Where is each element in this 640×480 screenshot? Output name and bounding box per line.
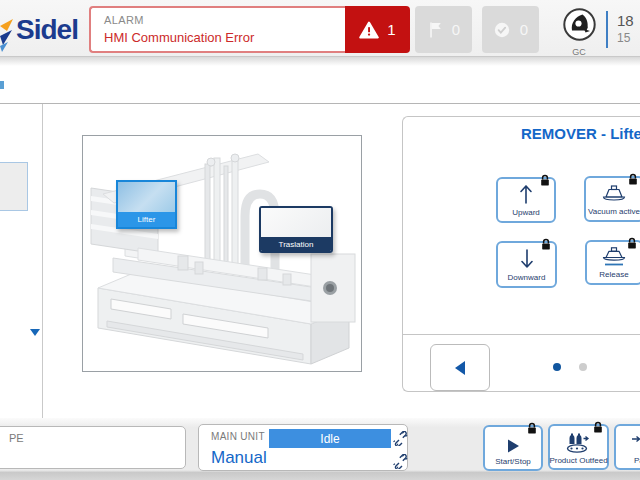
main-unit-label: MAIN UNIT	[211, 431, 265, 442]
machine-illustration	[83, 136, 362, 372]
check-circle-icon	[493, 21, 511, 39]
flag-badge[interactable]: 0	[415, 6, 472, 53]
sub-header	[0, 57, 640, 104]
top-bar: Sidel ALARM HMI Communication Error 1	[0, 0, 640, 57]
button-label: Upward	[512, 208, 540, 217]
clock-minutes: 15	[617, 31, 630, 45]
traslation-hotspot-button[interactable]: Traslation	[259, 206, 333, 253]
footer-bar: PE MAIN UNIT Idle Manual	[0, 418, 640, 480]
back-arrow-icon	[455, 361, 465, 375]
traslation-label: Traslation	[261, 237, 331, 251]
alarm-count: 1	[387, 21, 395, 38]
flag-icon	[427, 21, 443, 39]
lock-icon	[626, 237, 638, 250]
main-unit-mode: Manual	[211, 448, 267, 468]
warning-triangle-icon	[359, 21, 379, 39]
arrow-down-icon	[519, 248, 535, 270]
main-area: Lifter Traslation REMOVER - Lifter Upwar…	[0, 104, 640, 421]
lock-icon	[627, 173, 639, 186]
play-icon	[504, 437, 522, 455]
pallet-button[interactable]: Pallet	[614, 424, 640, 470]
alarm-message: HMI Communication Error	[104, 30, 345, 45]
vacuum-active-button[interactable]: Vacuum active	[584, 176, 640, 222]
arrow-up-icon	[518, 183, 534, 205]
logo-text: Sidel	[16, 14, 78, 46]
lock-icon	[592, 421, 604, 434]
product-outfeed-button[interactable]: Product Outfeed	[548, 424, 609, 470]
start-stop-button[interactable]: Start/Stop	[483, 425, 543, 471]
alarm-banner[interactable]: ALARM HMI Communication Error 1	[89, 6, 410, 53]
clock-hours: 18	[617, 12, 634, 29]
main-unit-status: Idle	[269, 429, 391, 448]
ack-count: 0	[520, 21, 528, 38]
button-label: Downward	[508, 273, 546, 282]
lock-icon	[540, 238, 552, 251]
lock-icon	[539, 174, 551, 187]
button-label: Pallet	[634, 456, 640, 465]
gc-logo[interactable]: GC	[561, 7, 597, 57]
header-divider	[606, 11, 608, 48]
gc-label: GC	[561, 47, 597, 57]
pagination-dot-active[interactable]	[553, 363, 561, 371]
traslation-thumbnail	[261, 208, 331, 237]
main-unit-box[interactable]: MAIN UNIT Idle Manual	[198, 424, 408, 471]
sidebar-clipped-button[interactable]	[0, 162, 28, 211]
bottles-conveyor-icon	[564, 430, 594, 454]
broken-link-icon	[393, 454, 408, 469]
gc-icon	[562, 7, 597, 42]
type-label: PE	[9, 432, 185, 444]
vacuum-icon	[601, 185, 627, 204]
ack-badge[interactable]: 0	[482, 6, 539, 53]
button-label: Vacuum active	[588, 207, 640, 216]
panel-divider	[403, 334, 640, 335]
clipped-nav-icon	[0, 81, 4, 89]
lifter-hotspot-button[interactable]: Lifter	[116, 180, 177, 229]
panel-title: REMOVER - Lifter	[521, 125, 640, 142]
lock-icon	[526, 422, 538, 435]
alarm-count-badge[interactable]: 1	[345, 6, 410, 53]
hmi-screen: Sidel ALARM HMI Communication Error 1	[0, 0, 640, 480]
subheader-shadow	[0, 57, 640, 66]
button-label: Release	[599, 270, 628, 279]
downward-button[interactable]: Downward	[496, 241, 557, 288]
remover-panel: REMOVER - Lifter Upward	[402, 116, 640, 392]
machine-view-panel: Lifter Traslation	[82, 135, 362, 372]
pallet-arrow-icon	[630, 430, 640, 454]
upward-button[interactable]: Upward	[496, 177, 556, 223]
back-button[interactable]	[430, 344, 490, 391]
button-label: Product Outfeed	[549, 456, 607, 465]
flag-count: 0	[452, 21, 460, 38]
type-box[interactable]: PE	[0, 426, 186, 469]
pagination-dot[interactable]	[579, 363, 587, 371]
lifter-label: Lifter	[118, 212, 175, 227]
alarm-label: ALARM	[104, 14, 345, 26]
button-label: Start/Stop	[495, 457, 531, 466]
lifter-thumbnail	[118, 182, 175, 212]
release-button[interactable]: Release	[585, 240, 640, 285]
sidel-star-icon	[0, 18, 16, 56]
sidebar-divider	[42, 104, 43, 421]
broken-link-icon	[393, 431, 408, 446]
alarm-text-area: ALARM HMI Communication Error	[89, 6, 345, 53]
release-icon	[601, 247, 627, 267]
sidebar-caret-down-icon[interactable]	[30, 329, 40, 336]
